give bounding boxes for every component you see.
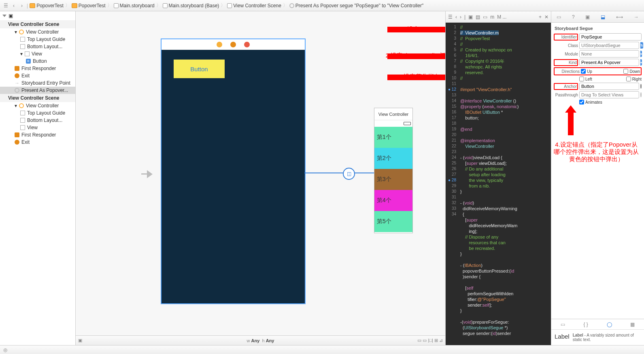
line-gutter: 123456 7891011● 12 13141516 17181920 212… <box>446 23 458 345</box>
animates-check[interactable] <box>579 100 584 104</box>
view-controller-1[interactable]: Button <box>161 38 306 304</box>
kind-label: Kind <box>554 59 578 66</box>
exit-icon <box>15 140 19 145</box>
red-arrow-up <box>568 111 574 135</box>
counterparts-icon[interactable]: ▣ <box>468 14 473 20</box>
red-arrow-2 <box>387 53 446 59</box>
chevron-down-icon[interactable] <box>2 15 6 17</box>
class-field[interactable] <box>579 42 639 49</box>
outline-vc2[interactable]: ▾View Controller <box>0 102 75 109</box>
impl-path2[interactable]: M ... <box>497 14 506 20</box>
module-field[interactable] <box>579 50 639 58</box>
code-snippet-library-icon[interactable]: { } <box>583 322 588 327</box>
back-icon[interactable]: ‹ <box>11 2 17 9</box>
segue-badge[interactable]: ◫ <box>343 168 355 180</box>
dir-left-check[interactable] <box>579 77 584 81</box>
crumb-project[interactable]: PopoverTest <box>30 3 64 9</box>
related-items-icon[interactable]: ☰ <box>2 2 9 9</box>
anchor-field[interactable] <box>579 83 639 90</box>
source-editor[interactable]: // // ViewController.m // PopoverTest //… <box>458 23 551 345</box>
filter-icon[interactable]: ▣ <box>9 13 13 19</box>
cell-5[interactable]: 第5个 <box>374 211 412 232</box>
dir-right-check[interactable] <box>626 77 631 81</box>
directions-label: Directions <box>555 69 580 74</box>
outline-exit[interactable]: Exit <box>0 72 75 79</box>
scene-header[interactable]: View Controller Scene <box>0 20 75 28</box>
outline-toggle-icon[interactable]: ▣ <box>78 338 82 343</box>
class-stepper-icon[interactable]: ⇅ <box>640 42 643 49</box>
file-inspector-icon[interactable]: ▭ <box>557 14 561 20</box>
library-item-label[interactable]: Label Label - A variably sized amount of… <box>551 330 644 345</box>
module-drop-icon[interactable]: ▾ <box>640 51 642 57</box>
back-icon[interactable]: ‹ <box>455 14 457 20</box>
exit-dock-icon[interactable] <box>244 42 250 47</box>
cell-2[interactable]: 第2个 <box>374 148 412 169</box>
identity-inspector-icon[interactable]: ▣ <box>585 14 590 20</box>
kind-drop-icon[interactable]: ▾ <box>640 59 642 66</box>
identifier-field[interactable] <box>579 33 642 41</box>
outline-tlg2[interactable]: Top Layout Guide <box>0 109 75 117</box>
folder-icon <box>72 3 77 8</box>
passthrough-connection-icon[interactable] <box>640 92 642 97</box>
outline-entry-point[interactable]: →Storyboard Entry Point <box>0 79 75 87</box>
assistant-jump-bar[interactable]: ☰ ‹ › | ▣ ▤ ▭ m M ... + ✕ <box>446 11 551 23</box>
scene-dock <box>162 39 305 50</box>
view-icon <box>20 125 25 130</box>
outline-blg2[interactable]: Bottom Layout... <box>0 117 75 124</box>
canvas-button[interactable]: Button <box>174 60 225 78</box>
inspector-tabs[interactable]: ▭ ? ▣ ⬓ ⟷ → <box>551 11 644 23</box>
outline-fr2[interactable]: First Responder <box>0 131 75 139</box>
close-assistant-icon[interactable]: ✕ <box>544 14 548 20</box>
outline-exit2[interactable]: Exit <box>0 139 75 146</box>
document-outline[interactable]: ▣ View Controller Scene ▾View Controller… <box>0 11 76 345</box>
cell-4[interactable]: 第4个 <box>374 190 412 211</box>
cell-1[interactable]: 第1个 <box>374 127 412 148</box>
assistant-editor: ☰ ‹ › | ▣ ▤ ▭ m M ... + ✕ 123456 7891011… <box>446 11 551 345</box>
vc-dock-icon[interactable] <box>217 42 222 47</box>
outline-button[interactable]: BButton <box>0 58 75 65</box>
outline-view[interactable]: ▾View <box>0 50 75 58</box>
outline-vc[interactable]: ▾View Controller <box>0 28 75 36</box>
library-tabs[interactable]: ▭ { } ◯ ▦ <box>551 319 644 330</box>
kind-field[interactable] <box>579 59 639 66</box>
add-assistant-icon[interactable]: + <box>539 14 542 20</box>
scene-header-2[interactable]: View Controller Scene <box>0 94 75 102</box>
outline-first-responder[interactable]: First Responder <box>0 65 75 72</box>
dir-up-check[interactable] <box>581 69 586 74</box>
outline-view2[interactable]: View <box>0 124 75 131</box>
project-icon <box>30 3 35 8</box>
forward-icon[interactable]: › <box>460 14 461 20</box>
folder-icon[interactable]: ▭ <box>483 14 487 20</box>
connections-inspector-icon[interactable]: → <box>634 14 639 20</box>
storyboard-canvas[interactable]: Button ◫ View Controller 第1个 第2个 第3个 第4个… <box>76 11 446 345</box>
utilities-inspector: ▭ ? ▣ ⬓ ⟷ → Storyboard Segue Identifier … <box>551 11 644 345</box>
object-library-icon[interactable]: ◯ <box>607 322 612 327</box>
impl-path[interactable]: m <box>490 14 494 20</box>
anchor-connection-icon[interactable] <box>640 84 642 89</box>
quickhelp-inspector-icon[interactable]: ? <box>572 14 575 20</box>
red-arrow-3 <box>387 75 446 80</box>
crumb-segue[interactable]: Present As Popover segue "PopSegue" to "… <box>289 3 423 9</box>
first-responder-dock-icon[interactable] <box>230 42 236 47</box>
outline-popover-segue[interactable]: Present As Popover... <box>0 87 75 94</box>
canvas-tools[interactable]: ▭ ▭ |□| ⊞ ⊿ <box>417 338 443 343</box>
media-library-icon[interactable]: ▦ <box>630 322 635 327</box>
forward-icon[interactable]: › <box>19 2 25 9</box>
dir-down-check[interactable] <box>623 69 628 74</box>
crumb-scene[interactable]: View Controller Scene <box>227 3 281 9</box>
crumb-storyboard[interactable]: Main.storyboard <box>114 3 155 9</box>
filter-icon[interactable]: ◎ <box>3 347 7 353</box>
view-controller-2[interactable]: View Controller 第1个 第2个 第3个 第4个 第5个 <box>374 108 413 233</box>
crumb-base[interactable]: Main.storyboard (Base) <box>163 3 219 9</box>
outline-blg[interactable]: Bottom Layout... <box>0 43 75 50</box>
outline-tlg[interactable]: Top Layout Guide <box>0 36 75 43</box>
file-template-library-icon[interactable]: ▭ <box>561 322 565 327</box>
cell-3[interactable]: 第3个 <box>374 169 412 190</box>
size-inspector-icon[interactable]: ⟷ <box>616 14 623 20</box>
related-items-icon[interactable]: ☰ <box>448 14 453 20</box>
file-icon[interactable]: ▤ <box>476 14 480 20</box>
passthrough-field[interactable] <box>579 91 639 98</box>
crumb-group[interactable]: PopoverTest <box>72 3 106 9</box>
attributes-inspector-icon[interactable]: ⬓ <box>601 14 605 20</box>
segue-icon <box>15 88 19 93</box>
